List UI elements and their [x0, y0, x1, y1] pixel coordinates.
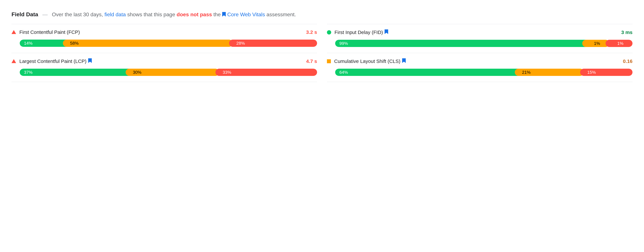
- metric-cls: Cumulative Layout Shift (CLS) 0.16 64% 2…: [327, 53, 632, 82]
- poor-pct: 1%: [617, 41, 624, 46]
- avg-pct: 21%: [522, 70, 530, 75]
- metric-value: 0.16: [623, 58, 632, 64]
- metric-header: Largest Contentful Paint (LCP) 4.7 s: [12, 58, 317, 64]
- good-segment: 14%: [20, 40, 66, 47]
- metric-name-text: First Contentful Paint (FCP): [20, 30, 80, 35]
- metric-name-text: Cumulative Layout Shift (CLS): [334, 58, 400, 64]
- avg-segment: 30%: [126, 69, 219, 76]
- poor-segment: 33%: [216, 69, 317, 76]
- good-pct: 64%: [340, 70, 348, 75]
- metric-name: First Contentful Paint (FCP): [20, 30, 303, 35]
- good-segment: 99%: [335, 40, 586, 47]
- poor-segment: 1%: [606, 40, 632, 47]
- distribution-bar: 64% 21% 15%: [335, 69, 632, 76]
- avg-pct: 30%: [133, 70, 142, 75]
- distribution-bar: 14% 58% 28%: [20, 40, 317, 47]
- header-tail: assessment.: [266, 12, 296, 18]
- bookmark-icon: [402, 58, 406, 64]
- avg-segment: 21%: [515, 69, 584, 76]
- good-segment: 64%: [335, 69, 518, 76]
- bookmark-icon: [88, 58, 92, 64]
- field-data-header: Field Data — Over the last 30 days, fiel…: [12, 10, 632, 19]
- distribution-bar: 37% 30% 33%: [20, 69, 317, 76]
- poor-segment: 28%: [229, 40, 317, 47]
- poor-status-icon: [12, 30, 16, 34]
- metric-value: 4.7 s: [306, 58, 317, 64]
- metrics-grid: First Contentful Paint (FCP) 3.2 s 14% 5…: [12, 24, 632, 82]
- good-pct: 14%: [24, 41, 32, 46]
- metric-lcp: Largest Contentful Paint (LCP) 4.7 s 37%…: [12, 53, 317, 82]
- poor-pct: 33%: [223, 70, 231, 75]
- avg-pct: 1%: [594, 41, 600, 46]
- good-segment: 37%: [20, 69, 129, 76]
- header-dash: —: [41, 12, 49, 18]
- poor-pct: 15%: [587, 70, 596, 75]
- poor-segment: 15%: [580, 69, 632, 76]
- metric-name-text: First Input Delay (FID): [334, 30, 383, 35]
- avg-segment: 1%: [582, 40, 609, 47]
- metric-name: First Input Delay (FID): [334, 30, 618, 35]
- metric-value: 3 ms: [621, 30, 632, 35]
- metric-name: Largest Contentful Paint (LCP): [20, 58, 303, 64]
- poor-pct: 28%: [236, 41, 245, 46]
- assessment-status: does not pass: [177, 12, 212, 18]
- good-status-icon: [327, 30, 331, 34]
- metric-name: Cumulative Layout Shift (CLS): [334, 58, 620, 64]
- avg-status-icon: [327, 59, 331, 63]
- header-title: Field Data: [12, 11, 38, 18]
- metric-header: First Contentful Paint (FCP) 3.2 s: [12, 30, 317, 35]
- poor-status-icon: [12, 59, 16, 63]
- metric-header: Cumulative Layout Shift (CLS) 0.16: [327, 58, 632, 64]
- field-data-link[interactable]: field data: [104, 12, 126, 18]
- bookmark-icon: [384, 30, 388, 35]
- avg-segment: 58%: [63, 40, 233, 47]
- header-suffix: the: [214, 12, 221, 18]
- metric-fcp: First Contentful Paint (FCP) 3.2 s 14% 5…: [12, 24, 317, 53]
- metric-name-text: Largest Contentful Paint (LCP): [20, 58, 86, 64]
- avg-pct: 58%: [70, 41, 79, 46]
- header-mid: shows that this page: [127, 12, 175, 18]
- distribution-bar: 99% 1% 1%: [335, 40, 632, 47]
- good-pct: 99%: [340, 41, 348, 46]
- good-pct: 37%: [24, 70, 32, 75]
- metric-header: First Input Delay (FID) 3 ms: [327, 30, 632, 35]
- core-web-vitals-link[interactable]: Core Web Vitals: [227, 12, 265, 18]
- metric-fid: First Input Delay (FID) 3 ms 99% 1% 1%: [327, 24, 632, 53]
- bookmark-icon: [222, 11, 226, 19]
- metric-value: 3.2 s: [306, 30, 317, 35]
- header-prefix: Over the last 30 days,: [52, 12, 103, 18]
